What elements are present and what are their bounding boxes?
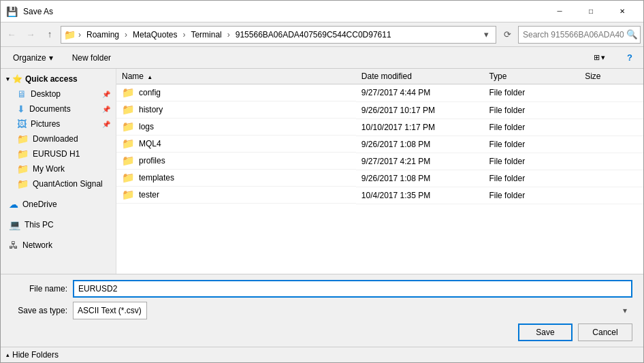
breadcrumb-terminal[interactable]: Terminal — [188, 29, 224, 41]
views-icon: ⊞ — [594, 53, 600, 62]
sidebar-item-mywork-label: My Work — [33, 164, 65, 174]
file-type: File folder — [483, 187, 579, 204]
new-folder-button[interactable]: New folder — [65, 49, 118, 67]
table-row[interactable]: 📁 MQL4 9/26/2017 1:08 PM File folder — [116, 136, 643, 153]
saveastype-label: Save as type: — [12, 306, 73, 315]
sidebar-item-quantaction-label: QuantAction Signal — [33, 179, 103, 189]
breadcrumb-metaquotes[interactable]: MetaQuotes — [130, 29, 180, 41]
action-bar: Organize ▾ New folder ⊞ ▾ ? — [1, 47, 643, 69]
file-name: config — [139, 88, 161, 97]
hide-folders-label: Hide Folders — [12, 350, 59, 360]
file-name: MQL4 — [139, 139, 161, 148]
organize-label: Organize — [13, 53, 46, 63]
breadcrumb-roaming[interactable]: Roaming — [84, 29, 122, 41]
breadcrumb-bar: 📁 › Roaming › MetaQuotes › Terminal › 91… — [61, 26, 496, 44]
file-size — [579, 84, 643, 102]
table-row[interactable]: 📁 profiles 9/27/2017 4:21 PM File folder — [116, 153, 643, 170]
views-dropdown-icon: ▾ — [601, 53, 605, 62]
maximize-button[interactable]: □ — [575, 1, 607, 22]
file-type: File folder — [483, 136, 579, 153]
file-size — [579, 187, 643, 204]
saveastype-select[interactable]: ASCII Text (*.csv) — [73, 302, 147, 319]
sidebar-item-downloaded[interactable]: 📁 Downloaded — [1, 131, 116, 146]
column-header-date[interactable]: Date modified — [356, 69, 484, 84]
file-date: 9/27/2017 4:21 PM — [356, 153, 484, 170]
title-bar-title: Save As — [23, 7, 53, 16]
sidebar-item-thispc[interactable]: 💻 This PC — [1, 217, 116, 232]
saveastype-wrapper: ASCII Text (*.csv) — [73, 302, 632, 319]
help-button[interactable]: ? — [622, 50, 638, 66]
search-input[interactable] — [518, 26, 641, 44]
table-row[interactable]: 📁 history 9/26/2017 10:17 PM File folder — [116, 101, 643, 119]
file-type: File folder — [483, 119, 579, 136]
pin-icon-pictures: 📌 — [102, 121, 110, 128]
folder-icon: 📁 — [122, 104, 135, 116]
sidebar-item-eurusd-label: EURUSD H1 — [33, 149, 80, 159]
desktop-folder-icon: 🖥 — [17, 89, 27, 99]
back-button[interactable]: ← — [3, 27, 20, 43]
file-size — [579, 119, 643, 136]
minimize-button[interactable]: ─ — [544, 1, 575, 22]
thispc-icon: 💻 — [9, 219, 20, 230]
file-type: File folder — [483, 84, 579, 102]
quick-access-header[interactable]: ▾ ⭐ Quick access — [1, 72, 116, 86]
quick-access-icon: ⭐ — [12, 74, 22, 84]
sidebar-divider-3 — [1, 232, 116, 238]
organize-button[interactable]: Organize ▾ — [6, 49, 60, 67]
pictures-icon: 🖼 — [17, 119, 27, 129]
file-size — [579, 136, 643, 153]
file-type: File folder — [483, 170, 579, 187]
filename-input[interactable] — [73, 280, 632, 298]
sidebar-item-thispc-label: This PC — [25, 220, 54, 230]
save-as-dialog: 💾 Save As ─ □ ✕ ← → ↑ 📁 › Roaming › Meta… — [0, 0, 644, 363]
save-button[interactable]: Save — [518, 323, 573, 341]
refresh-button[interactable]: ⟳ — [499, 27, 515, 43]
sidebar-item-mywork[interactable]: 📁 My Work — [1, 161, 116, 176]
sidebar-item-quantaction[interactable]: 📁 QuantAction Signal — [1, 176, 116, 191]
breadcrumb-separator-1: › — [78, 30, 81, 40]
file-name: tester — [139, 190, 159, 200]
sidebar-item-documents[interactable]: ⬇ Documents 📌 — [1, 101, 116, 116]
title-bar-controls: ─ □ ✕ — [544, 1, 638, 22]
up-button[interactable]: ↑ — [42, 27, 58, 43]
close-button[interactable]: ✕ — [607, 1, 638, 22]
sidebar-item-onedrive[interactable]: ☁ OneDrive — [1, 197, 116, 212]
file-date: 9/26/2017 10:17 PM — [356, 101, 484, 119]
search-icon[interactable]: 🔍 — [626, 29, 638, 40]
table-row[interactable]: 📁 templates 9/26/2017 1:08 PM File folde… — [116, 170, 643, 187]
folder-icon: 📁 — [122, 121, 135, 133]
sidebar-item-pictures[interactable]: 🖼 Pictures 📌 — [1, 116, 116, 131]
hide-folders-bar[interactable]: ▴ Hide Folders — [1, 347, 643, 362]
sidebar-item-desktop[interactable]: 🖥 Desktop 📌 — [1, 86, 116, 101]
file-size — [579, 101, 643, 119]
breadcrumb-guid[interactable]: 915566BA06ADA407569C544CC0D97611 — [233, 29, 394, 41]
sidebar-divider-1 — [1, 191, 116, 197]
search-wrapper: 🔍 — [518, 26, 641, 44]
file-name: templates — [139, 173, 174, 183]
column-header-name[interactable]: Name ▲ — [116, 69, 356, 84]
forward-button[interactable]: → — [22, 27, 39, 43]
file-date: 9/26/2017 1:08 PM — [356, 136, 484, 153]
breadcrumb-separator-4: › — [227, 30, 230, 40]
breadcrumb-separator-2: › — [125, 30, 127, 40]
sidebar-item-eurusd[interactable]: 📁 EURUSD H1 — [1, 146, 116, 161]
mywork-icon: 📁 — [17, 163, 29, 174]
cancel-button[interactable]: Cancel — [578, 323, 632, 341]
downloaded-icon: 📁 — [17, 133, 29, 144]
folder-icon: 📁 — [122, 86, 135, 99]
column-header-size[interactable]: Size — [579, 69, 643, 84]
table-row[interactable]: 📁 config 9/27/2017 4:44 PM File folder — [116, 84, 643, 102]
table-row[interactable]: 📁 logs 10/10/2017 1:17 PM File folder — [116, 119, 643, 136]
column-header-type[interactable]: Type — [483, 69, 579, 84]
sidebar-item-network[interactable]: 🖧 Network — [1, 238, 116, 253]
folder-icon: 📁 — [122, 172, 135, 184]
file-type: File folder — [483, 101, 579, 119]
breadcrumb-dropdown-button[interactable]: ▾ — [479, 27, 493, 43]
sidebar-item-pictures-label: Pictures — [31, 119, 60, 129]
views-button[interactable]: ⊞ ▾ — [582, 49, 616, 67]
sidebar-item-documents-label: Documents — [29, 104, 71, 114]
quick-access-label: Quick access — [25, 74, 78, 84]
breadcrumb-folder-icon: 📁 — [64, 29, 76, 40]
documents-icon: ⬇ — [17, 104, 25, 114]
table-row[interactable]: 📁 tester 10/4/2017 1:35 PM File folder — [116, 187, 643, 204]
